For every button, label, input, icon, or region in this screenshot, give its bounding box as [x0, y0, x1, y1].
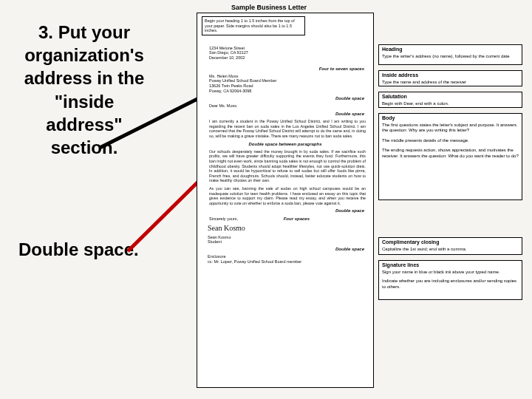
callout-inside-body: Type the name and address of the receive…: [382, 80, 466, 84]
callout-signature: Signature lines Sign your name in blue o…: [378, 260, 522, 300]
callout-sig-p1: Sign your name in blue or black ink abov…: [382, 270, 519, 276]
signature-script: Sean Kosmo: [208, 224, 369, 233]
body-para-3: As you can see, banning the sale of soda…: [209, 186, 366, 205]
enclosure: Enclosure: [208, 254, 369, 259]
sender-city: San Diego, CA 92127: [209, 50, 369, 55]
callout-salutation: Salutation Begin with Dear, end with a c…: [378, 92, 522, 108]
signature-name: Sean Kosmo: [208, 235, 369, 240]
spacer-four-seven: Four to seven spaces: [202, 66, 369, 72]
callout-heading-title: Heading: [382, 47, 519, 53]
signature-title: Student: [208, 239, 369, 245]
callout-close-title: Complimentary closing: [382, 239, 519, 246]
sender-address: 1234 Melone Street San Diego, CA 92127 D…: [209, 46, 369, 61]
page-title: Sample Business Letter: [195, 4, 343, 11]
spacer-double-2: Double space: [202, 112, 369, 117]
spacer-double-3: Double space: [202, 208, 369, 214]
callout-close-body: Capitalize the 1st word; end with a comm…: [382, 247, 466, 251]
callout-closing: Complimentary closing Capitalize the 1st…: [378, 237, 522, 255]
sample-letter: Begin your heading 1 to 1.5 inches from …: [197, 13, 374, 388]
callout-inside-title: Inside address: [382, 72, 519, 79]
cc-line: cc: Mr. Lopez, Poway Unified School Boar…: [208, 259, 369, 265]
recipient-org: Poway Unified School Board Member: [209, 78, 369, 83]
callout-heading: Heading Type the writer's address (no na…: [378, 44, 522, 65]
four-spaces-note: Four spaces: [284, 216, 310, 221]
spacer-double-1: Double space: [202, 96, 369, 101]
salutation: Dear Ms. Moss:: [209, 103, 369, 109]
callout-salut-body: Begin with Dear, end with a colon.: [382, 101, 449, 106]
callout-sig-title: Signature lines: [382, 262, 519, 269]
closing: Sincerely yours,: [209, 216, 238, 221]
callout-body: Body The first questions states the lett…: [378, 113, 522, 200]
callout-inside: Inside address Type the name and address…: [378, 70, 522, 86]
callouts-column: Heading Type the writer's address (no na…: [378, 44, 522, 305]
spacer-double-4: Double space: [202, 247, 369, 252]
spacer-between: Double space between paragraphs: [202, 142, 369, 147]
callout-sig-p2: Indicate whether you are including enclo…: [382, 279, 519, 290]
margin-note: Begin your heading 1 to 1.5 inches from …: [202, 16, 305, 35]
callout-salut-title: Salutation: [382, 94, 519, 100]
callout-body-p3: The ending requests action, shows apprec…: [382, 148, 519, 159]
instruction-main: 3. Put your organization's address in th…: [18, 21, 151, 159]
recipient-city: Poway, CA 92064-3098: [209, 89, 369, 94]
callout-body-title: Body: [382, 115, 519, 122]
body-para-2: Our schools desperately need the money b…: [209, 149, 366, 183]
callout-body-p2: The middle presents details of the messa…: [382, 138, 519, 144]
recipient-street: 13626 Twin Peaks Road: [209, 83, 369, 89]
callout-body-p1: The first questions states the letter's …: [382, 123, 519, 134]
recipient-name: Ms. Helen Moss: [209, 74, 369, 79]
closing-line: Sincerely yours, Four spaces: [209, 216, 369, 222]
callout-heading-body: Type the writer's address (no name), fol…: [382, 54, 510, 58]
body-para-1: I am currently a student in the Poway Un…: [209, 119, 366, 138]
instruction-sub: Double space.: [18, 239, 139, 260]
sender-date: December 10, 2002: [209, 55, 369, 61]
recipient-address: Ms. Helen Moss Poway Unified School Boar…: [209, 74, 369, 93]
sender-street: 1234 Melone Street: [209, 46, 369, 51]
